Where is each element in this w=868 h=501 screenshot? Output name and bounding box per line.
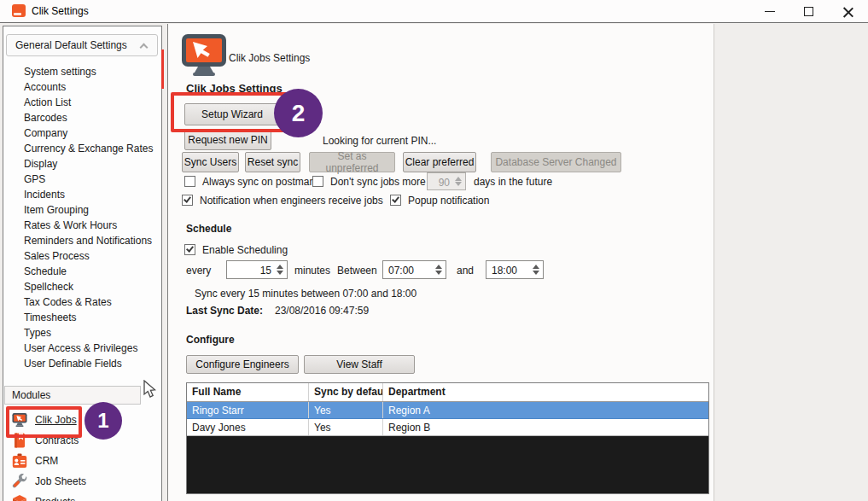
configure-engineers-button[interactable]: Configure Engineers xyxy=(186,355,299,374)
minimize-icon xyxy=(765,11,775,12)
popup-notification-label: Popup notification xyxy=(408,195,489,207)
between-label: Between xyxy=(337,265,377,277)
sidebar-scrollbar-thumb[interactable] xyxy=(161,50,164,89)
module-label-products: Products xyxy=(35,496,75,501)
notification-engineers-checkbox[interactable] xyxy=(182,195,193,206)
sidebar-item-item-grouping[interactable]: Item Grouping xyxy=(3,202,159,218)
request-new-pin-button[interactable]: Request new PIN xyxy=(184,130,271,150)
configure-heading: Configure xyxy=(186,334,235,346)
minutes-label: minutes xyxy=(294,265,330,277)
spin-down-icon[interactable] xyxy=(533,271,539,275)
sidebar-item-barcodes[interactable]: Barcodes xyxy=(3,110,159,125)
sidebar-item-spellcheck[interactable]: Spellcheck xyxy=(3,279,159,294)
sidebar-item-types[interactable]: Types xyxy=(3,325,159,341)
general-default-settings-group-header[interactable]: General Default Settings xyxy=(6,34,158,56)
set-as-unpreferred-button: Set as unpreferred xyxy=(309,152,395,172)
clear-preferred-button[interactable]: Clear preferred xyxy=(403,152,476,172)
always-sync-on-postman-checkbox[interactable] xyxy=(184,176,195,187)
sidebar-item-company[interactable]: Company xyxy=(3,125,159,141)
module-label-crm: CRM xyxy=(35,455,58,467)
highlight-rect-setup-wizard xyxy=(171,92,290,132)
step-badge-2: 2 xyxy=(274,89,323,137)
cell-full-name: Ringo Starr xyxy=(187,402,309,418)
check-icon xyxy=(392,195,399,202)
app-logo-icon xyxy=(12,4,26,17)
start-time-spinner[interactable]: 07:00 xyxy=(382,260,446,279)
schedule-heading: Schedule xyxy=(186,223,231,235)
days-spinner: 90 xyxy=(427,172,466,190)
cell-sync-by-default: Yes xyxy=(309,419,383,435)
spin-up-icon[interactable] xyxy=(435,265,442,269)
reset-sync-button[interactable]: Reset sync xyxy=(245,152,300,172)
minimize-button[interactable] xyxy=(750,0,789,23)
close-button[interactable] xyxy=(829,0,868,23)
sidebar-item-user-access-privileges[interactable]: User Access & Privileges xyxy=(3,341,159,356)
clik-settings-window: Clik Settings General Default Settings S… xyxy=(0,0,868,501)
clik-jobs-page-icon xyxy=(180,33,228,76)
window-title: Clik Settings xyxy=(32,5,89,17)
sidebar-item-gps[interactable]: GPS xyxy=(3,172,159,187)
sidebar-item-tax-codes-rates[interactable]: Tax Codes & Rates xyxy=(3,294,159,310)
start-time-value: 07:00 xyxy=(388,262,414,279)
days-spinner-value: 90 xyxy=(439,174,450,191)
step-1-number: 1 xyxy=(97,409,108,433)
sync-users-button[interactable]: Sync Users xyxy=(182,152,239,172)
database-server-changed-button: Database Server Changed xyxy=(491,152,621,172)
enable-scheduling-label: Enable Scheduling xyxy=(202,244,288,256)
days-in-future-label: days in the future xyxy=(474,176,552,188)
sidebar-module-products[interactable]: Products xyxy=(5,492,159,501)
job-sheets-wrench-icon xyxy=(12,474,27,489)
column-header-department[interactable]: Department xyxy=(383,383,708,401)
sidebar-item-rates-work-hours[interactable]: Rates & Work Hours xyxy=(3,218,159,233)
end-time-spinner[interactable]: 18:00 xyxy=(486,260,544,279)
sidebar-module-job-sheets[interactable]: Job Sheets xyxy=(5,471,159,492)
view-staff-button[interactable]: View Staff xyxy=(304,355,415,374)
module-label-job-sheets: Job Sheets xyxy=(35,475,86,487)
last-sync-date-label: Last Sync Date: xyxy=(186,305,263,317)
products-box-icon xyxy=(12,494,27,501)
sidebar-item-action-list[interactable]: Action List xyxy=(3,95,159,110)
table-row[interactable]: Davy Jones Yes Region B xyxy=(187,419,708,436)
sidebar-item-currency-exchange-rates[interactable]: Currency & Exchange Rates xyxy=(3,141,159,156)
check-icon xyxy=(184,195,191,202)
column-header-sync-by-default[interactable]: Sync by default xyxy=(309,383,383,401)
pin-status-text: Looking for current PIN... xyxy=(323,135,436,147)
step-badge-1: 1 xyxy=(84,402,122,440)
table-row[interactable]: Ringo Starr Yes Region A xyxy=(187,402,708,419)
sidebar-item-reminders-notifications[interactable]: Reminders and Notifications xyxy=(3,233,159,248)
spin-down-icon[interactable] xyxy=(435,271,442,275)
spin-down-icon[interactable] xyxy=(277,271,283,275)
end-time-value: 18:00 xyxy=(492,262,517,279)
sidebar-item-incidents[interactable]: Incidents xyxy=(3,187,159,202)
spin-up-icon xyxy=(455,177,462,181)
title-bar: Clik Settings xyxy=(0,0,868,23)
interval-spinner[interactable]: 15 xyxy=(226,260,288,279)
spin-up-icon[interactable] xyxy=(533,265,539,269)
crm-id-card-icon xyxy=(12,453,27,469)
sidebar-item-system-settings[interactable]: System settings xyxy=(3,64,159,79)
interval-value: 15 xyxy=(260,262,271,279)
sidebar-item-display[interactable]: Display xyxy=(3,156,159,172)
column-header-full-name[interactable]: Full Name xyxy=(187,383,309,401)
staff-table: Full Name Sync by default Department Rin… xyxy=(186,382,709,494)
check-icon xyxy=(186,244,194,252)
cell-full-name: Davy Jones xyxy=(187,419,309,435)
maximize-button[interactable] xyxy=(789,0,829,23)
popup-notification-checkbox[interactable] xyxy=(390,195,401,206)
sidebar-item-accounts[interactable]: Accounts xyxy=(3,79,159,95)
maximize-icon xyxy=(804,7,813,16)
spin-down-icon xyxy=(455,182,462,186)
sidebar-item-schedule[interactable]: Schedule xyxy=(3,264,159,279)
dont-sync-jobs-checkbox[interactable] xyxy=(312,176,323,187)
spin-up-icon[interactable] xyxy=(277,265,283,269)
always-sync-on-postman-label: Always sync on postman xyxy=(202,176,315,188)
enable-scheduling-checkbox[interactable] xyxy=(184,244,195,255)
mouse-cursor-icon xyxy=(143,380,160,399)
step-2-number: 2 xyxy=(292,100,306,127)
modules-group-header[interactable]: Modules xyxy=(4,386,141,405)
sidebar-item-user-definable-fields[interactable]: User Definable Fields xyxy=(3,356,159,371)
sidebar-module-crm[interactable]: CRM xyxy=(5,451,159,471)
sidebar-item-timesheets[interactable]: Timesheets xyxy=(3,310,159,325)
sidebar-item-sales-process[interactable]: Sales Process xyxy=(3,248,159,264)
chevron-up-icon xyxy=(140,44,149,52)
